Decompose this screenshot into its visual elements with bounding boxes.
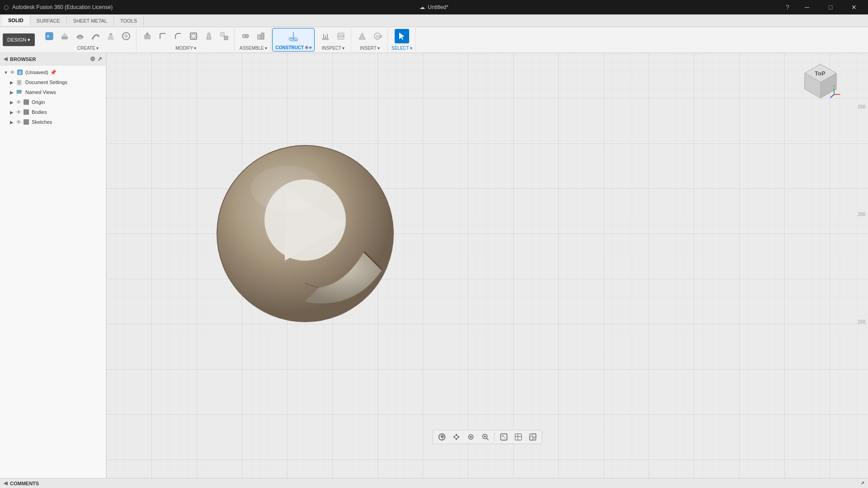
svg-rect-45 [24,119,29,125]
svg-rect-76 [502,435,504,437]
insert-mesh-btn[interactable] [355,29,369,43]
svg-marker-7 [108,36,114,40]
tree-arrow-doc: ▶ [10,80,16,85]
svg-rect-11 [144,35,151,39]
design-dropdown[interactable]: DESIGN ▾ [3,33,35,46]
app-title: Autodesk Fusion 360 (Education License) [12,4,113,10]
press-pull-btn[interactable] [140,29,155,43]
loft-btn[interactable] [104,29,118,43]
svg-marker-12 [146,32,149,35]
svg-point-64 [441,436,443,438]
viewcube[interactable]: ToP X Y [800,62,841,103]
titlebar-center: ☁ Untitled* [420,4,448,10]
create-icons: + [42,29,133,43]
as-built-btn[interactable] [254,29,268,43]
orbit-btn[interactable] [435,432,448,442]
titlebar-right: ? ─ □ ✕ [781,0,864,14]
assemble-label[interactable]: ASSEMBLE ▾ [240,46,267,51]
svg-text:Y: Y [833,84,835,88]
tab-tools[interactable]: TOOLS [114,16,144,25]
browser-settings-icon[interactable]: ⚙ [90,56,95,62]
tab-surface[interactable]: SURFACE [30,16,67,25]
tree-label-named-views: Named Views [25,89,56,95]
tree-item-bodies[interactable]: ▶ 👁 Bodies [0,107,106,117]
tree-item-origin[interactable]: ▶ 👁 Origin [0,97,106,107]
draft-btn[interactable] [202,29,216,43]
chamfer-btn[interactable] [171,29,185,43]
construct-label[interactable]: CONSTRUCT ✱ ▾ [275,45,311,50]
select-btn[interactable] [395,29,409,43]
comments-collapse-btn[interactable]: ◀ [4,480,7,486]
extrude-btn[interactable] [57,29,72,43]
tab-sheet-metal[interactable]: SHEET METAL [67,16,114,25]
new-component-btn[interactable]: + [42,29,57,43]
tree-label-sketches: Sketches [32,119,52,125]
rib-btn[interactable] [119,29,133,43]
svg-rect-38 [18,81,20,82]
tree-arrow-origin: ▶ [10,100,16,105]
left-panel: ◀ BROWSER ⚙ ↗ ▼ 👁 D (Unsaved) 📌 ▶ Docume… [0,53,106,478]
toolbar-area: SOLID SURFACE SHEET METAL TOOLS DESIGN ▾… [0,14,868,53]
svg-rect-78 [515,434,521,440]
inspect-icons [318,29,348,43]
svg-rect-77 [504,437,505,439]
svg-rect-8 [109,33,112,35]
inspect-label[interactable]: INSPECT ▾ [322,46,344,51]
pan-btn[interactable] [450,432,462,442]
select-label[interactable]: SELECT ▾ [392,46,412,51]
eye-icon-unsaved[interactable]: 👁 [10,70,15,75]
look-at-btn[interactable] [464,432,477,442]
browser-expand-icon[interactable]: ↗ [97,56,102,62]
app-logo-icon: ⬡ [4,4,9,11]
insert-label[interactable]: INSERT ▾ [360,46,380,51]
comments-expand-icon[interactable]: ↗ [860,480,864,486]
svg-point-51 [251,166,323,211]
eye-icon-bodies[interactable]: 👁 [16,109,21,115]
sweep-btn[interactable] [88,29,103,43]
svg-point-19 [245,34,249,38]
design-label: DESIGN ▾ [7,37,30,43]
tree-arrow-sketches: ▶ [10,120,16,125]
joint-btn[interactable] [238,29,253,43]
svg-marker-15 [207,33,211,39]
tree-item-sketches[interactable]: ▶ 👁 Sketches [0,117,106,127]
shell-btn[interactable] [186,29,201,43]
eye-icon-sketches[interactable]: 👁 [16,119,21,125]
viewport[interactable]: ToP X Y 250 200 150 [106,53,868,478]
svg-line-60 [830,94,834,98]
svg-rect-13 [190,33,197,39]
construct-plane-btn[interactable] [286,29,301,44]
svg-rect-2 [61,37,68,39]
revolve-btn[interactable] [73,29,87,43]
browser-collapse-btn[interactable]: ◀ [4,56,7,62]
cloud-icon: ☁ [420,4,425,10]
modify-label[interactable]: MODIFY ▾ [175,46,196,51]
tab-solid[interactable]: SOLID [2,16,30,26]
minimize-button[interactable]: ─ [797,0,817,14]
tree-item-doc-settings[interactable]: ▶ Document Settings [0,77,106,87]
tab-row: SOLID SURFACE SHEET METAL TOOLS [0,14,868,27]
insert-svg-btn[interactable]: SVG [370,29,385,43]
scale-btn[interactable] [217,29,231,43]
maximize-button[interactable]: □ [820,0,841,14]
measure-btn[interactable] [318,29,333,43]
svg-rect-40 [18,83,19,84]
tree-item-unsaved[interactable]: ▼ 👁 D (Unsaved) 📌 [0,67,106,77]
zoom-btn[interactable] [479,432,491,442]
main-layout: ◀ BROWSER ⚙ ↗ ▼ 👁 D (Unsaved) 📌 ▶ Docume… [0,53,868,478]
tree-item-named-views[interactable]: ▶ Named Views [0,87,106,97]
display-mode-btn[interactable] [497,432,510,442]
help-icon[interactable]: ? [781,1,794,14]
create-label[interactable]: CREATE ▾ [77,46,99,51]
fillet-btn[interactable] [156,29,170,43]
svg-rect-83 [533,437,536,440]
pin-icon[interactable]: 📌 [50,70,57,75]
close-button[interactable]: ✕ [844,0,864,14]
eye-icon-origin[interactable]: 👁 [16,99,21,105]
grid-display-btn[interactable] [512,432,524,442]
environment-btn[interactable] [526,432,539,442]
3d-model [215,130,423,348]
titlebar: ⬡ Autodesk Fusion 360 (Education License… [0,0,868,14]
svg-text:SVG: SVG [376,34,382,39]
section-analysis-btn[interactable] [334,29,348,43]
